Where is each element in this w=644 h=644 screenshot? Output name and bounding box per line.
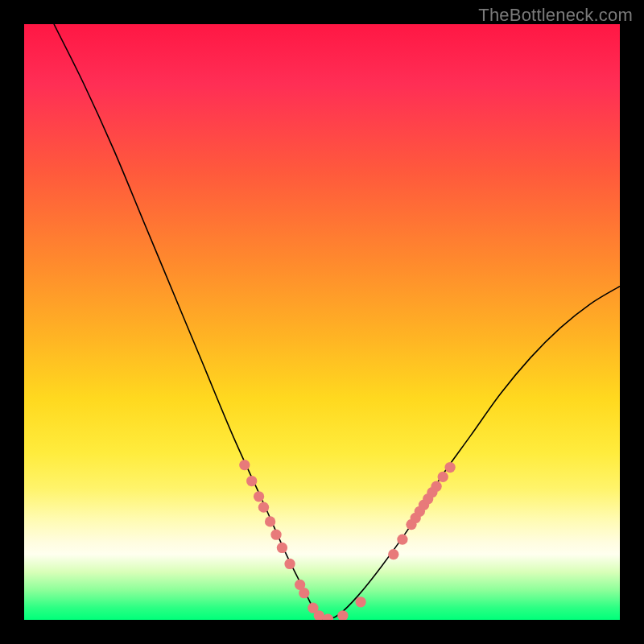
data-marker [270, 530, 281, 540]
watermark-text: TheBottleneck.com [478, 5, 633, 26]
data-marker [355, 597, 365, 607]
data-marker [246, 476, 257, 486]
data-marker [444, 462, 455, 473]
chart-svg [24, 24, 620, 620]
data-marker [397, 534, 407, 544]
data-marker [239, 460, 250, 470]
data-marker [284, 559, 295, 569]
data-marker [277, 543, 287, 553]
plot-area [24, 24, 620, 620]
data-marker [431, 481, 441, 492]
data-marker [258, 502, 269, 512]
marker-layer [239, 460, 456, 620]
data-marker [265, 516, 275, 526]
data-marker [337, 610, 348, 620]
bottleneck-curve [54, 24, 620, 620]
data-marker [438, 472, 448, 482]
data-marker [254, 491, 264, 502]
chart-frame: TheBottleneck.com [0, 0, 644, 644]
data-marker [299, 588, 309, 598]
data-marker [388, 549, 398, 559]
